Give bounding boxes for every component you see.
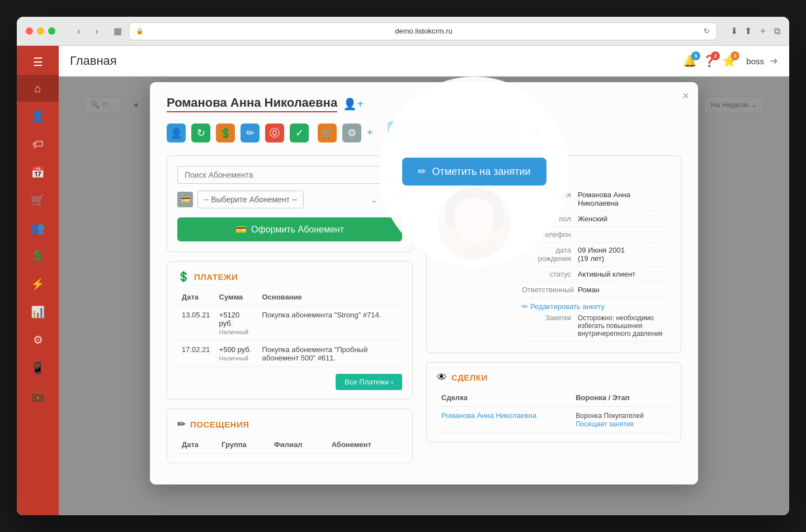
calendar-icon: 📅 <box>31 165 45 179</box>
badge-count-blue: 5 <box>691 51 700 60</box>
modal: × Романова Анна Николаевна 👤+ 👤 ↻ 💲 ✏ ⓪ … <box>150 82 698 484</box>
value-notes: Осторожно: необходимо избегать повышения… <box>578 314 670 338</box>
sidebar-item-finance[interactable]: 💲 <box>17 243 59 269</box>
spotlight-inner: ✏ Отметить на занятии <box>402 158 546 186</box>
abonement-select[interactable]: -- Выберите Абонемент -- <box>197 191 304 208</box>
sidebar-item-home[interactable]: ⌂ <box>17 75 59 102</box>
register-abonement-button[interactable]: 💳 Оформить Абонемент <box>177 217 402 241</box>
edit-icon: ✏ <box>522 302 528 311</box>
tag-icon: 🏷 <box>32 138 44 151</box>
cart-action-btn[interactable]: 🛒 <box>318 124 337 142</box>
close-button[interactable] <box>26 27 33 35</box>
modal-body: 💳 -- Выберите Абонемент -- + <box>167 155 681 472</box>
notification-badge-blue[interactable]: 🔔 5 <box>683 54 697 68</box>
modal-title: Романова Анна Николаевна <box>167 96 337 112</box>
alert-action-btn[interactable]: ⓪ <box>265 124 284 142</box>
attend-lesson-button[interactable]: ✏ Отметить на занятии <box>388 121 520 144</box>
all-payments-button[interactable]: Все Платежи › <box>336 374 402 390</box>
user-label: boss <box>746 56 764 66</box>
label-phone: телефон <box>522 230 578 239</box>
sidebar-item-sales[interactable]: 🛒 <box>17 187 59 213</box>
modal-close-button[interactable]: × <box>682 90 689 101</box>
download-icon[interactable]: ⬇ <box>730 26 738 36</box>
visits-section: ✏ ПОСЕЩЕНИЯ Дата Группа Филиал <box>167 408 413 463</box>
notification-badge-red[interactable]: ❓ 2 <box>703 54 717 68</box>
sidebar-item-clients[interactable]: 👤 <box>17 103 59 130</box>
minimize-button[interactable] <box>37 27 44 35</box>
address-bar: 🔒 demo.listokcrm.ru ↻ <box>129 22 717 40</box>
action-icons-row: 👤 ↻ 💲 ✏ ⓪ ✓ 🛒 ⚙ + ✏ Отметить на занятии <box>167 121 681 144</box>
top-bar-icons: 🔔 5 ❓ 2 ⭐ 3 boss ➜ <box>683 54 778 68</box>
payment-row: 17.02.21 +500 руб. Наличный Покупка абон… <box>177 341 402 367</box>
add-abonement-button[interactable]: + <box>386 192 402 207</box>
payment-action-btn[interactable]: 💲 <box>216 124 235 142</box>
deals-icon: 👁 <box>437 372 447 383</box>
logout-icon[interactable]: ➜ <box>770 55 778 67</box>
sidebar-item-groups[interactable]: 👥 <box>17 215 59 241</box>
user-icon: 👤 <box>31 110 45 123</box>
visits-table: Дата Группа Филиал Абонемент <box>177 438 402 454</box>
maximize-button[interactable] <box>48 27 55 35</box>
attend-btn-label: Отметить на занятии <box>432 166 530 178</box>
hamburger-icon: ☰ <box>33 55 43 69</box>
col-amount: Сумма <box>215 291 258 306</box>
cart-icon: 🛒 <box>31 193 45 207</box>
plus-action-icon[interactable]: + <box>367 127 373 139</box>
attend-btn-text: Отметить на занятии <box>413 127 506 139</box>
gear-action-btn[interactable]: ⚙ <box>342 124 361 142</box>
sidebar-hamburger[interactable]: ☰ <box>17 50 59 74</box>
sidebar-item-filters[interactable]: ⚡ <box>17 270 59 297</box>
detail-row-gender: пол Женский <box>522 211 670 227</box>
deal-row: Романова Анна Николаевна Воронка Покупат… <box>437 407 671 433</box>
payment-amount: +500 руб. Наличный <box>215 341 258 367</box>
page-title: Главная <box>70 54 117 68</box>
sidebar-toggle-icon[interactable]: ▦ <box>114 26 122 36</box>
edit-action-btn[interactable]: ✏ <box>241 124 260 142</box>
edit-profile-link[interactable]: ✏ Редактировать анкету <box>522 302 670 311</box>
value-gender: Женский <box>578 215 607 223</box>
add-client-icon[interactable]: 👤+ <box>343 97 364 111</box>
sidebar-item-tags[interactable]: 🏷 <box>17 131 59 158</box>
avatar-face <box>455 198 494 243</box>
register-btn-label: Оформить Абонемент <box>251 225 344 235</box>
left-panel: 💳 -- Выберите Абонемент -- + <box>167 155 413 472</box>
visit-col-branch: Филиал <box>270 438 327 454</box>
visits-title: ПОСЕЩЕНИЯ <box>190 420 249 429</box>
tabs-icon[interactable]: ⧉ <box>774 26 780 36</box>
client-card-inner: имя Романова Анна Николаевна пол Женский <box>438 187 670 341</box>
attend-lesson-button-spotlight[interactable]: ✏ Отметить на занятии <box>402 158 546 186</box>
lock-icon: 🔒 <box>136 27 144 35</box>
profile-action-btn[interactable]: 👤 <box>167 124 186 142</box>
sidebar-item-mobile[interactable]: 📱 <box>17 354 59 381</box>
deal-name[interactable]: Романова Анна Николаевна <box>437 407 571 433</box>
avatar-image <box>438 187 511 260</box>
refresh-action-btn[interactable]: ↻ <box>191 124 210 142</box>
sidebar: ☰ ⌂ 👤 🏷 📅 🛒 👥 💲 ⚡ <box>17 46 59 515</box>
share-icon[interactable]: ⬆ <box>744 26 752 36</box>
detail-row-responsible: Ответственный Роман <box>522 282 670 298</box>
abonement-search-input[interactable] <box>177 166 402 184</box>
filter-icon: ⚡ <box>31 277 45 291</box>
notification-badge-orange[interactable]: ⭐ 3 <box>722 54 736 68</box>
sidebar-item-work[interactable]: 💼 <box>17 382 59 409</box>
badge-count-orange: 3 <box>730 51 739 60</box>
client-details: имя Романова Анна Николаевна пол Женский <box>522 187 670 341</box>
reload-icon[interactable]: ↻ <box>704 27 710 35</box>
visit-col-group: Группа <box>217 438 270 454</box>
email-icon-btn[interactable]: ✉ <box>529 124 541 141</box>
check-action-btn[interactable]: ✓ <box>290 124 309 142</box>
traffic-lights <box>26 27 55 35</box>
deal-col-deal: Сделка <box>437 391 571 407</box>
deals-title: СДЕЛКИ <box>451 373 488 382</box>
forward-button[interactable]: › <box>89 23 105 39</box>
home-icon: ⌂ <box>34 82 41 95</box>
age-text: (19 лет) <box>578 254 604 263</box>
payments-title: ПЛАТЕЖИ <box>194 272 238 282</box>
sidebar-item-settings[interactable]: ⚙ <box>17 326 59 353</box>
back-button[interactable]: ‹ <box>71 23 87 39</box>
payments-header: 💲 ПЛАТЕЖИ <box>177 270 402 283</box>
sidebar-item-schedule[interactable]: 📅 <box>17 159 59 186</box>
sidebar-item-reports[interactable]: 📊 <box>17 298 59 325</box>
new-tab-icon[interactable]: ＋ <box>758 25 767 37</box>
right-panel: 💳 АНКЕТА КЛИЕНТА <box>426 155 681 472</box>
